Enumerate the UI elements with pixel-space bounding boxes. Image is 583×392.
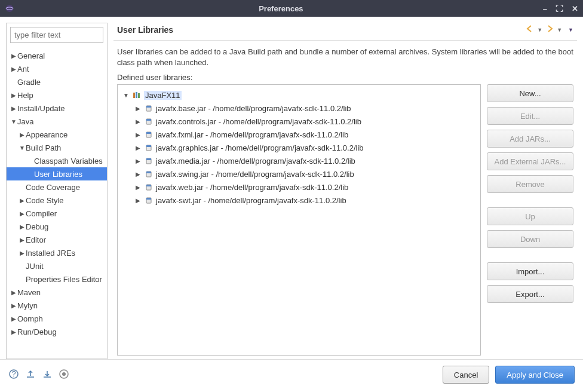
nav-item-label: Oomph: [17, 314, 43, 323]
export-prefs-icon[interactable]: [42, 369, 53, 381]
jar-icon: [144, 130, 154, 139]
library-root[interactable]: ▼JavaFX11: [120, 88, 478, 102]
content-area: ▶General▶Ant▶Gradle▶Help▶Install/Update▼…: [0, 17, 583, 359]
jar-label: javafx-swt.jar - /home/dell/program/java…: [156, 196, 346, 205]
import-prefs-icon[interactable]: [25, 369, 36, 381]
chevron-right-icon: ▶: [134, 145, 142, 151]
chevron-right-icon: ▶: [10, 53, 17, 59]
nav-item-appearance[interactable]: ▶Appearance: [7, 128, 107, 141]
nav-item-gradle[interactable]: ▶Gradle: [7, 75, 107, 88]
filter-input[interactable]: [10, 27, 103, 43]
add-jars-button[interactable]: Add JARs...: [487, 130, 573, 148]
eclipse-icon: [5, 4, 14, 13]
help-icon[interactable]: ?: [8, 369, 19, 381]
chevron-down-icon: ▼: [10, 118, 17, 125]
nav-item-label: User Libraries: [34, 170, 82, 179]
library-buttons: New... Edit... Add JARs... Add External …: [487, 84, 573, 356]
edit-button[interactable]: Edit...: [487, 107, 573, 125]
jar-item[interactable]: ▶javafx.base.jar - /home/dell/program/ja…: [120, 102, 478, 115]
apply-and-close-button[interactable]: Apply and Close: [495, 366, 575, 384]
nav-item-properties-files-editor[interactable]: ▶Properties Files Editor: [7, 272, 107, 286]
down-button[interactable]: Down: [487, 230, 573, 248]
svg-rect-10: [146, 132, 151, 134]
nav-item-debug[interactable]: ▶Debug: [7, 220, 107, 233]
jar-icon: [144, 117, 154, 126]
nav-item-oomph[interactable]: ▶Oomph: [7, 312, 107, 325]
jar-item[interactable]: ▶javafx.fxml.jar - /home/dell/program/ja…: [120, 128, 478, 141]
chevron-right-icon: ▶: [19, 210, 26, 217]
nav-item-ant[interactable]: ▶Ant: [7, 62, 107, 75]
nav-item-label: Ant: [17, 65, 29, 74]
back-icon[interactable]: [525, 24, 535, 35]
nav-item-help[interactable]: ▶Help: [7, 88, 107, 102]
jar-label: javafx.fxml.jar - /home/dell/program/jav…: [156, 130, 348, 139]
import-button[interactable]: Import...: [487, 262, 573, 280]
jar-item[interactable]: ▶javafx-swt.jar - /home/dell/program/jav…: [120, 194, 478, 207]
nav-item-label: Installed JREs: [26, 249, 75, 258]
chevron-right-icon: ▶: [134, 118, 142, 125]
chevron-right-icon: ▶: [10, 329, 17, 335]
chevron-right-icon: ▶: [10, 105, 17, 112]
chevron-right-icon: ▶: [19, 223, 26, 230]
nav-item-install-update[interactable]: ▶Install/Update: [7, 102, 107, 115]
svg-rect-16: [146, 172, 151, 173]
nav-item-classpath-variables[interactable]: ▶Classpath Variables: [7, 154, 107, 167]
nav-item-editor[interactable]: ▶Editor: [7, 233, 107, 246]
jar-icon: [144, 195, 154, 205]
nav-item-mylyn[interactable]: ▶Mylyn: [7, 299, 107, 312]
forward-dropdown-icon[interactable]: ▼: [557, 27, 562, 33]
jar-icon: [144, 103, 154, 113]
chevron-down-icon: ▼: [19, 145, 26, 151]
jar-label: javafx.web.jar - /home/dell/program/java…: [156, 183, 348, 192]
svg-rect-20: [146, 198, 151, 200]
nav-item-java[interactable]: ▼Java: [7, 115, 107, 128]
page-body: User libraries can be added to a Java Bu…: [113, 41, 577, 359]
maximize-icon[interactable]: ⛶: [556, 4, 563, 13]
nav-item-general[interactable]: ▶General: [7, 49, 107, 62]
library-tree[interactable]: ▼JavaFX11▶javafx.base.jar - /home/dell/p…: [117, 84, 481, 356]
nav-item-label: Install/Update: [17, 104, 65, 113]
chevron-right-icon: ▶: [134, 105, 142, 112]
jar-item[interactable]: ▶javafx.graphics.jar - /home/dell/progra…: [120, 141, 478, 154]
page-title: User Libraries: [117, 25, 525, 35]
nav-item-label: Maven: [17, 288, 41, 297]
new-button[interactable]: New...: [487, 84, 573, 102]
remove-button[interactable]: Remove: [487, 175, 573, 193]
svg-point-24: [62, 372, 66, 376]
nav-item-run-debug[interactable]: ▶Run/Debug: [7, 325, 107, 338]
nav-item-compiler[interactable]: ▶Compiler: [7, 207, 107, 220]
minimize-icon[interactable]: –: [543, 4, 547, 13]
nav-item-installed-jres[interactable]: ▶Installed JREs: [7, 246, 107, 259]
chevron-right-icon: ▶: [19, 250, 26, 256]
nav-item-maven[interactable]: ▶Maven: [7, 286, 107, 299]
cancel-button[interactable]: Cancel: [443, 366, 489, 384]
jar-item[interactable]: ▶javafx.controls.jar - /home/dell/progra…: [120, 115, 478, 128]
jar-icon: [144, 143, 154, 152]
jar-item[interactable]: ▶javafx.media.jar - /home/dell/program/j…: [120, 154, 478, 167]
close-icon[interactable]: ✕: [572, 4, 578, 13]
nav-item-label: Compiler: [26, 209, 57, 218]
chevron-right-icon: ▶: [134, 131, 142, 138]
oomph-record-icon[interactable]: [59, 369, 69, 381]
nav-item-build-path[interactable]: ▼Build Path: [7, 141, 107, 154]
chevron-right-icon: ▶: [10, 302, 17, 309]
jar-label: javafx.media.jar - /home/dell/program/ja…: [156, 157, 355, 166]
back-dropdown-icon[interactable]: ▼: [537, 27, 542, 33]
export-button[interactable]: Export...: [487, 285, 573, 303]
menu-dropdown-icon[interactable]: ▼: [568, 27, 573, 33]
nav-item-code-style[interactable]: ▶Code Style: [7, 194, 107, 207]
nav-tree[interactable]: ▶General▶Ant▶Gradle▶Help▶Install/Update▼…: [7, 47, 107, 359]
svg-rect-4: [138, 93, 140, 98]
defined-libraries-label: Defined user libraries:: [117, 73, 573, 82]
forward-icon[interactable]: [545, 24, 554, 35]
jar-item[interactable]: ▶javafx.web.jar - /home/dell/program/jav…: [120, 180, 478, 194]
jar-item[interactable]: ▶javafx.swing.jar - /home/dell/program/j…: [120, 167, 478, 180]
nav-item-label: Code Style: [26, 196, 64, 205]
nav-item-junit[interactable]: ▶JUnit: [7, 259, 107, 272]
chevron-right-icon: ▶: [134, 158, 142, 164]
nav-item-user-libraries[interactable]: ▶User Libraries: [7, 167, 107, 180]
nav-item-code-coverage[interactable]: ▶Code Coverage: [7, 180, 107, 194]
add-external-jars-button[interactable]: Add External JARs...: [487, 152, 573, 170]
up-button[interactable]: Up: [487, 207, 573, 225]
titlebar: Preferences – ⛶ ✕: [0, 0, 583, 17]
